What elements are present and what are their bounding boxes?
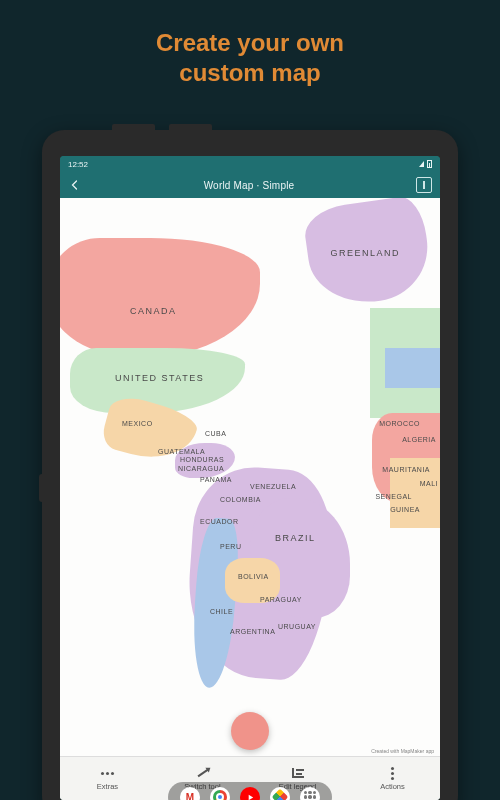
label-mali: MALI	[420, 480, 438, 487]
label-brazil: BRAZIL	[275, 533, 316, 543]
headline-line1: Create your own	[156, 29, 344, 56]
label-peru: PERU	[220, 543, 241, 550]
dock-photos[interactable]	[270, 787, 290, 800]
label-cuba: CUBA	[205, 430, 226, 437]
signal-icon	[419, 161, 424, 167]
label-guinea: GUINEA	[390, 506, 420, 513]
system-dock: M	[168, 782, 332, 800]
label-nicaragua: NICARAGUA	[178, 465, 224, 472]
play-icon	[246, 793, 255, 801]
watermark: Created with MapMaker app	[371, 748, 434, 754]
region-iberia[interactable]	[385, 348, 440, 388]
extras-icon	[101, 766, 115, 780]
label-venezuela: VENEZUELA	[250, 483, 296, 490]
tablet-hw-buttons	[112, 124, 212, 132]
app-bar: World Map · Simple	[60, 172, 440, 198]
label-mauritania: MAURITANIA	[382, 466, 430, 473]
map-canvas[interactable]: GREENLAND CANADA UNITED STATES MEXICO CU…	[60, 198, 440, 800]
back-arrow-icon	[69, 179, 81, 191]
status-bar: 12:52	[60, 156, 440, 172]
power-button	[39, 474, 44, 502]
clock: 12:52	[68, 160, 88, 169]
dock-chrome[interactable]	[210, 787, 230, 800]
label-canada: CANADA	[130, 306, 177, 316]
extras-button[interactable]: Extras	[60, 757, 155, 800]
label-uruguay: URUGUAY	[278, 623, 316, 630]
label-morocco: MOROCCO	[379, 420, 420, 427]
actions-label: Actions	[380, 782, 405, 791]
label-guatemala: GUATEMALA	[158, 448, 205, 455]
edit-legend-icon	[291, 766, 305, 780]
actions-icon	[386, 766, 400, 780]
label-bolivia: BOLIVIA	[238, 573, 269, 580]
region-canada[interactable]	[60, 238, 260, 358]
dock-gmail[interactable]: M	[180, 787, 200, 800]
extras-label: Extras	[97, 782, 118, 791]
label-greenland: GREENLAND	[330, 248, 400, 258]
status-icons	[419, 160, 432, 168]
label-argentina: ARGENTINA	[230, 628, 275, 635]
headline-line2: custom map	[179, 59, 320, 86]
battery-icon	[427, 160, 432, 168]
label-senegal: SENEGAL	[375, 493, 412, 500]
app-title: World Map · Simple	[88, 180, 410, 191]
device-screen: 12:52 World Map · Simple	[60, 156, 440, 800]
label-colombia: COLOMBIA	[220, 496, 261, 503]
label-usa: UNITED STATES	[115, 373, 204, 383]
label-paraguay: PARAGUAY	[260, 596, 302, 603]
switch-tool-icon	[196, 766, 210, 780]
appbar-action-button[interactable]	[416, 177, 432, 193]
action-icon	[423, 181, 425, 189]
dock-all-apps[interactable]	[300, 787, 320, 800]
label-ecuador: ECUADOR	[200, 518, 239, 525]
promo-headline: Create your own custom map	[0, 0, 500, 106]
label-panama: PANAMA	[200, 476, 232, 483]
color-fab[interactable]	[231, 712, 269, 750]
label-algeria: ALGERIA	[402, 436, 436, 443]
label-chile: CHILE	[210, 608, 233, 615]
dock-youtube[interactable]	[240, 787, 260, 800]
label-mexico: MEXICO	[122, 420, 153, 427]
label-honduras: HONDURAS	[180, 456, 224, 463]
actions-button[interactable]: Actions	[345, 757, 440, 800]
tablet-frame: 12:52 World Map · Simple	[42, 130, 458, 800]
back-button[interactable]	[68, 178, 82, 192]
